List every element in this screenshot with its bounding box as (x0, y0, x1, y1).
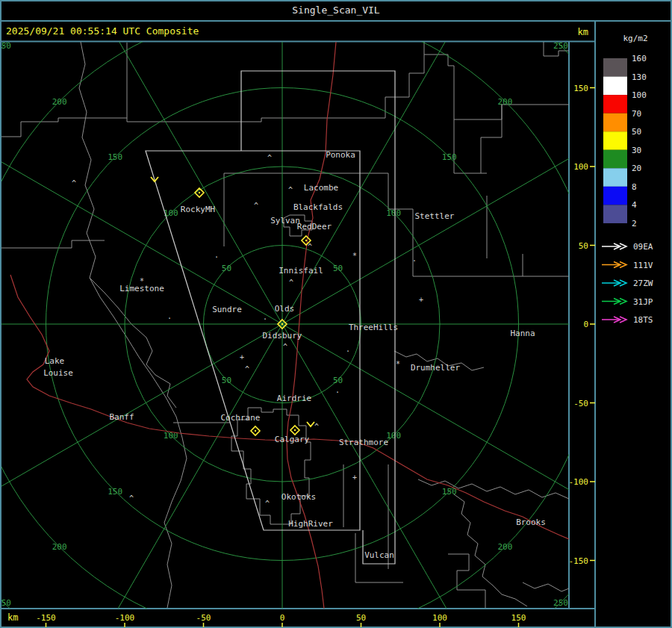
county-line (90, 278, 176, 408)
city-label-reddeer: RedDeer (297, 222, 332, 231)
scale-value-label: 20 (632, 164, 641, 173)
bottom-axis-label: 50 (356, 613, 366, 623)
terrain-marker: ^ (267, 154, 272, 162)
range-ring-label: 250 (553, 41, 568, 51)
scale-value-label: 130 (632, 72, 647, 82)
scale-color-swatch (603, 187, 627, 205)
radar-site-dot (255, 430, 256, 432)
scale-value-label: 30 (632, 146, 641, 155)
bottom-axis-label: 100 (432, 613, 447, 623)
track-id-label: 31JP (633, 297, 653, 307)
city-label-didsbury: Didsbury (263, 331, 302, 341)
city-labels: PonokaLacombeBlackfaldsSylvanRedDeerInni… (43, 150, 546, 560)
terrain-marker: . (412, 255, 417, 263)
city-label-threehills: ThreeHills (349, 323, 398, 332)
range-ring-label: 100 (386, 208, 401, 218)
city-label-brooks: Brooks (516, 517, 546, 527)
right-axis-label: -150 (569, 556, 589, 566)
scale-value-label: 2 (632, 219, 637, 228)
terrain-marker: . (263, 313, 267, 321)
county-line (448, 554, 485, 608)
scale-value-label: 50 (632, 127, 641, 137)
window-frame (1, 1, 671, 627)
terrain-marker: . (346, 345, 350, 353)
track-id-label: 18TS (633, 315, 653, 325)
terrain-marker: ^ (254, 202, 258, 210)
terrain-marker: * (352, 252, 357, 260)
terrain-marker: ^ (283, 343, 287, 351)
radar-site-dot (199, 192, 200, 193)
bottom-axis-label: -100 (115, 613, 135, 623)
radar-site-dot (294, 429, 296, 431)
city-label-vulcan: Vulcan (364, 550, 394, 560)
scale-color-swatch (603, 58, 627, 77)
right-axis-label: 100 (573, 162, 588, 172)
range-ring-label: 50 (222, 264, 231, 273)
right-axis-label: 0 (583, 320, 588, 329)
legend-unit: kg/m2 (623, 34, 647, 43)
scale-value-label: 70 (632, 109, 641, 119)
terrain-marker: + (419, 296, 423, 304)
scale-value-label: 100 (632, 90, 647, 100)
polar-grid: 5050505010010010010015015015015020020020… (0, 0, 672, 628)
range-ring-label: 150 (108, 152, 122, 162)
range-ring-label: 50 (222, 376, 231, 385)
right-axis-unit: km (578, 27, 588, 37)
county-line (79, 42, 187, 608)
page-title: Single_Scan_VIL (292, 4, 380, 16)
city-label-sylvan: Sylvan (270, 216, 300, 226)
terrain-marker: + (240, 353, 244, 361)
scale-color-swatch (603, 95, 627, 114)
track-id-label: 09EA (633, 242, 653, 252)
terrain-marker: + (352, 473, 357, 482)
range-ring-label: 200 (52, 542, 67, 552)
range-ring-label: 50 (333, 264, 343, 273)
county-line (360, 55, 569, 119)
range-ring-label: 200 (497, 542, 512, 552)
scale-color-swatch (603, 114, 627, 132)
track-id-label: 111V (633, 261, 653, 270)
storm-vector-arrow-icon (307, 422, 314, 426)
city-label-stettler: Stettler (415, 211, 455, 221)
terrain-marker: . (167, 312, 172, 320)
radar-app-window: Single_Scan_VIL 2025/09/21 00:55:14 UTC … (0, 0, 672, 628)
radar-site-dot (305, 240, 307, 241)
city-label-cochrane: Cochrane (221, 413, 261, 423)
scan-timestamp: 2025/09/21 00:55:14 UTC Composite (6, 25, 199, 37)
range-ring-label: 50 (333, 376, 343, 385)
terrain-marker: ^ (288, 186, 293, 194)
right-axis-label: -50 (573, 399, 588, 408)
county-boundaries (0, 42, 569, 608)
county-line (481, 105, 502, 173)
terrain-marker: * (396, 360, 400, 368)
scale-color-swatch (603, 205, 627, 223)
bottom-axis-label: 150 (511, 613, 526, 623)
range-ring-label: 150 (442, 152, 457, 162)
county-line (454, 119, 487, 173)
bottom-axis-label: 0 (280, 613, 285, 623)
city-label-blackfalds: Blackfalds (293, 202, 343, 212)
terrain-marker: ^ (265, 500, 270, 508)
right-axis-label: 150 (573, 84, 588, 93)
range-ring-label: 200 (52, 97, 67, 107)
city-label-lake: Lake (45, 356, 65, 366)
scale-value-label: 160 (632, 54, 647, 63)
city-label-banff: Banff (109, 412, 134, 422)
terrain-marker: ^ (289, 279, 293, 287)
city-label-ponoka: Ponoka (326, 150, 355, 160)
terrain-marker: ^ (245, 365, 249, 373)
range-ring-label: 250 (553, 598, 568, 608)
county-line (0, 118, 360, 137)
scale-color-swatch (603, 150, 627, 169)
city-label-louise: Louise (43, 368, 73, 378)
city-label-innisfail: Innisfail (279, 266, 323, 276)
bottom-axis-label: -50 (196, 613, 211, 623)
city-label-drumheller: Drumheller (411, 363, 461, 373)
color-scale-legend: 1601301007050302084209EA111V27ZW31JP18TS (602, 54, 653, 325)
bottom-axis-unit: km (7, 612, 18, 623)
county-line (523, 582, 569, 591)
city-label-olds: Olds (275, 304, 295, 314)
terrain-marker: ^ (308, 243, 312, 251)
range-ring-label: 250 (0, 598, 11, 608)
city-label-strathmore: Strathmore (339, 438, 388, 447)
